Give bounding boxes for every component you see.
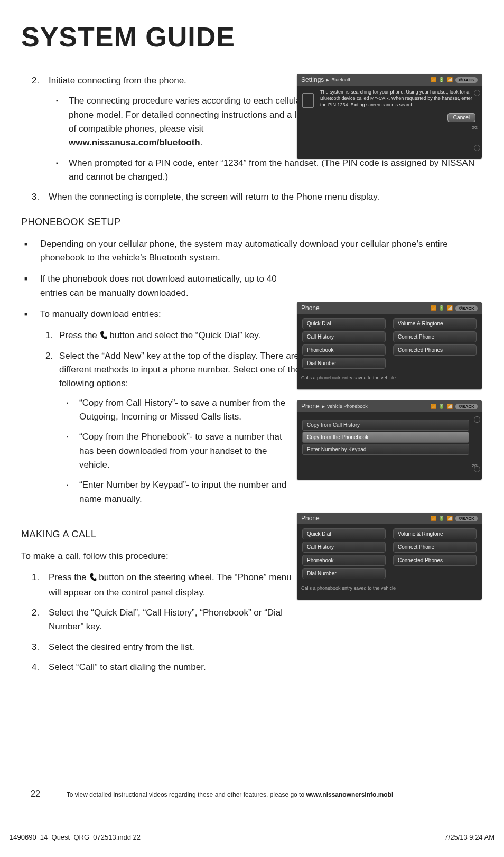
bullet-dot: ▪ [67,478,79,506]
back-button[interactable]: ↺BACK [455,516,478,521]
scroll-down-icon [474,466,480,472]
pb-b2-text: If the phonebook does not download autom… [40,272,283,300]
back-button[interactable]: ↺BACK [455,77,478,83]
option-copy-call-history[interactable]: Copy from Call History [302,420,469,431]
menu-connected-phones[interactable]: Connected Phones [393,555,477,566]
phone-device-icon [302,93,314,108]
step-3-num: 3. [32,190,49,204]
back-button[interactable]: ↺BACK [455,305,478,311]
mc-step2-text: Select the “Quick Dial”, “Call History”,… [49,606,292,634]
signal-battery-icon: 📶 🔋 📶 [431,77,453,82]
step-2a-post: . [200,137,203,147]
cancel-button[interactable]: Cancel [447,113,475,122]
pb-step1-a: Press the [59,330,100,340]
mc-step2: 2. Select the “Quick Dial”, “Call Histor… [32,606,483,634]
shot1-msg-text: The system is searching for your phone. … [320,89,472,107]
signal-battery-icon: 📶 🔋 📶 [431,305,453,311]
screenshot-phone-menu-2: Phone 📶 🔋 📶 ↺BACK Quick Dial Volume & Ri… [297,513,482,600]
pb-opt-c-text: “Enter Number by Keypad”- to input the n… [79,478,291,506]
step-2b: ▪ When prompted for a PIN code, enter “1… [56,156,483,184]
mc-step2-num: 2. [32,606,49,634]
indd-file: 1490690_14_Quest_QRG_072513.indd 22 [10,833,141,841]
bluetooth-url: www.nissanusa.com/bluetooth [69,137,200,147]
phonebook-heading: PHONEBOOK SETUP [21,215,483,230]
shot3-title: Phone [301,403,320,410]
shot3-pager: 2/3 [297,462,482,469]
menu-connect-phone[interactable]: Connect Phone [393,331,477,342]
menu-volume-ringtone[interactable]: Volume & Ringtone [393,318,477,329]
scroll-indicators [473,90,481,151]
shot4-header: Phone 📶 🔋 📶 ↺BACK [297,513,482,524]
shot3-crumb: Vehicle Phonebook [327,404,368,409]
signal-battery-icon: 📶 🔋 📶 [431,516,453,521]
footer-url: www.nissanownersinfo.mobi [306,791,393,798]
menu-connected-phones[interactable]: Connected Phones [393,344,477,356]
menu-connect-phone[interactable]: Connect Phone [393,542,477,553]
mc-step3-text: Select the desired entry from the list. [49,640,483,654]
menu-volume-ringtone[interactable]: Volume & Ringtone [393,528,477,539]
footer-text: To view detailed instructional videos re… [67,791,306,798]
square-bullet-icon: ■ [24,308,40,321]
scroll-up-icon [474,416,480,423]
screenshot-phone-menu-1: Phone 📶 🔋 📶 ↺BACK Quick Dial Volume & Ri… [297,302,482,389]
shot2-header: Phone 📶 🔋 📶 ↺BACK [297,302,482,314]
indd-timestamp: 7/25/13 9:24 AM [444,833,494,841]
pb-step1-b: button and select the “Quick Dial” key. [109,330,260,340]
screenshot-vehicle-phonebook: Phone ▸ Vehicle Phonebook 📶 🔋 📶 ↺BACK Co… [297,400,482,480]
menu-dial-number[interactable]: Dial Number [302,358,386,369]
menu-quick-dial[interactable]: Quick Dial [302,318,386,329]
bullet-dot: ▪ [67,396,79,424]
menu-dial-number[interactable]: Dial Number [302,568,386,579]
phone-handset-icon [89,572,97,585]
shot1-crumb: Bluetooth [331,77,351,82]
shot1-pager: 2/3 [297,124,482,131]
shot4-title: Phone [301,515,320,522]
back-button[interactable]: ↺BACK [455,404,478,409]
menu-call-history[interactable]: Call History [302,331,386,342]
menu-phonebook[interactable]: Phonebook [302,344,386,356]
pb-b2: ■ If the phonebook does not download aut… [24,272,483,300]
option-enter-keypad[interactable]: Enter Number by Keypad [302,444,469,455]
screenshot-settings-bluetooth: Settings ▸ Bluetooth 📶 🔋 📶 ↺BACK The sys… [297,74,482,159]
shot1-title: Settings [301,76,324,83]
phone-handset-icon [100,330,107,343]
shot3-header: Phone ▸ Vehicle Phonebook 📶 🔋 📶 ↺BACK [297,400,482,412]
option-copy-phonebook[interactable]: Copy from the Phonebook [302,432,469,443]
square-bullet-icon: ■ [24,237,40,265]
page-number: 22 [31,789,40,799]
scroll-down-icon [474,145,480,151]
step-3-text: When the connecting is complete, the scr… [49,190,483,204]
step-3: 3. When the connecting is complete, the … [32,190,483,204]
pb-step2-num: 2. [45,349,59,391]
mc-step3-num: 3. [32,640,49,654]
mc-step3: 3. Select the desired entry from the lis… [32,640,483,654]
mc-step1-a: Press the [49,572,89,582]
menu-phonebook[interactable]: Phonebook [302,555,386,566]
scroll-up-icon [474,90,480,96]
breadcrumb-arrow-icon: ▸ [326,76,329,83]
signal-battery-icon: 📶 🔋 📶 [431,404,453,409]
pb-step2-text: Select the “Add New” key at the top of t… [59,349,302,391]
pb-step1-num: 1. [45,329,59,343]
menu-call-history[interactable]: Call History [302,542,386,553]
step-2a-pre: The connecting procedure varies accordin… [69,96,305,134]
breadcrumb-arrow-icon: ▸ [322,403,325,410]
pb-opt-a-text: “Copy from Call History”- to save a numb… [79,396,291,424]
bullet-dot: ▪ [67,430,79,472]
bullet-dot: ▪ [56,94,69,150]
mc-step4-num: 4. [32,660,49,674]
mc-step1-num: 1. [32,571,49,600]
pb-opt-b-text: “Copy from the Phonebook”- to save a num… [79,430,291,472]
shot1-message: The system is searching for your phone. … [297,86,482,111]
bullet-dot: ▪ [56,156,69,184]
indesign-slug: 1490690_14_Quest_QRG_072513.indd 22 7/25… [10,833,494,841]
step-2-num: 2. [32,74,49,88]
pb-b1: ■ Depending on your cellular phone, the … [24,237,483,265]
pb-opt-c: ▪ “Enter Number by Keypad”- to input the… [67,478,483,506]
menu-quick-dial[interactable]: Quick Dial [302,528,386,539]
mc-step4: 4. Select “Call” to start dialing the nu… [32,660,483,674]
pb-b1-text: Depending on your cellular phone, the sy… [40,237,483,265]
mc-step4-text: Select “Call” to start dialing the numbe… [49,660,483,674]
square-bullet-icon: ■ [24,272,40,300]
page-footer: 22 To view detailed instructional videos… [0,789,504,799]
